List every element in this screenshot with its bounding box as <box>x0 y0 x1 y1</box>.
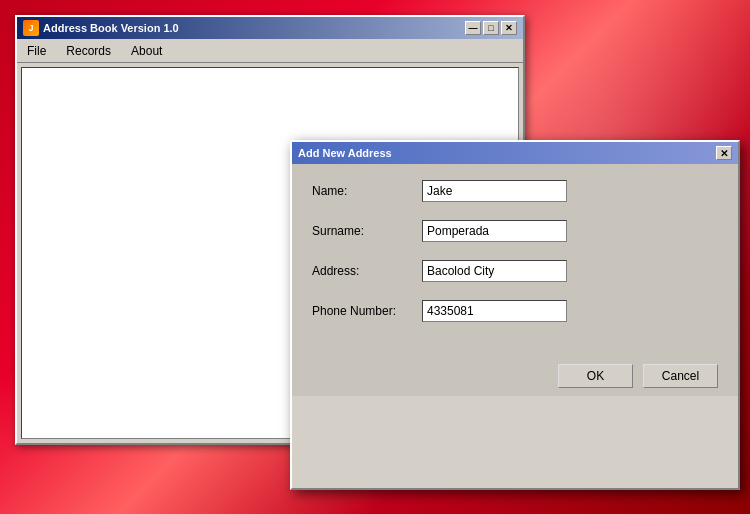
dialog-title: Add New Address <box>298 147 392 159</box>
menu-records[interactable]: Records <box>60 42 117 60</box>
ok-button[interactable]: OK <box>558 364 633 388</box>
dialog-title-bar: Add New Address ✕ <box>292 142 738 164</box>
surname-input[interactable] <box>422 220 567 242</box>
close-button[interactable]: ✕ <box>501 21 517 35</box>
menubar: File Records About <box>17 39 523 63</box>
phone-row: Phone Number: <box>312 300 718 322</box>
menu-file[interactable]: File <box>21 42 52 60</box>
title-bar-left: J Address Book Version 1.0 <box>23 20 179 36</box>
dialog-close-button[interactable]: ✕ <box>716 146 732 160</box>
address-label: Address: <box>312 264 422 278</box>
cancel-button[interactable]: Cancel <box>643 364 718 388</box>
phone-input[interactable] <box>422 300 567 322</box>
java-icon: J <box>23 20 39 36</box>
title-bar-buttons: — □ ✕ <box>465 21 517 35</box>
minimize-button[interactable]: — <box>465 21 481 35</box>
menu-about[interactable]: About <box>125 42 168 60</box>
phone-label: Phone Number: <box>312 304 422 318</box>
restore-button[interactable]: □ <box>483 21 499 35</box>
main-title-bar: J Address Book Version 1.0 — □ ✕ <box>17 17 523 39</box>
surname-row: Surname: <box>312 220 718 242</box>
surname-label: Surname: <box>312 224 422 238</box>
dialog-footer: OK Cancel <box>292 356 738 396</box>
name-input[interactable] <box>422 180 567 202</box>
main-window-title: Address Book Version 1.0 <box>43 22 179 34</box>
name-row: Name: <box>312 180 718 202</box>
name-label: Name: <box>312 184 422 198</box>
address-input[interactable] <box>422 260 567 282</box>
address-row: Address: <box>312 260 718 282</box>
dialog-body: Name: Surname: Address: Phone Number: <box>292 164 738 356</box>
add-address-dialog: Add New Address ✕ Name: Surname: Address… <box>290 140 740 490</box>
